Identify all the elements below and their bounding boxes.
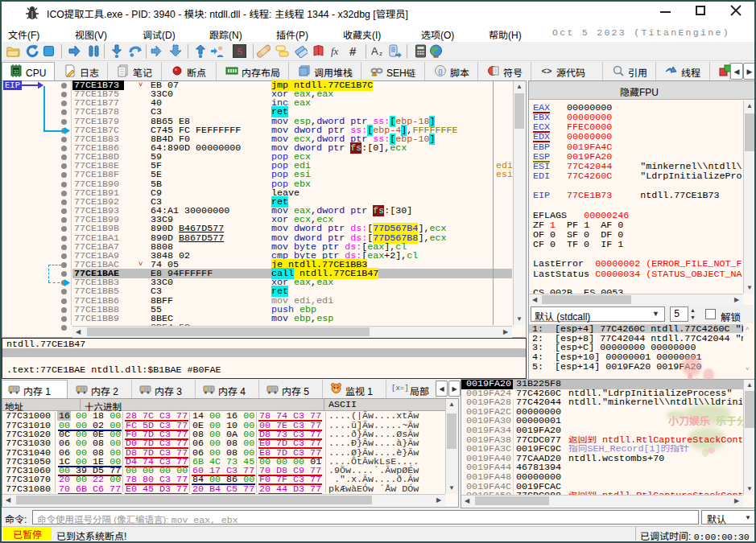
svg-text:!: ! (374, 72, 374, 76)
svg-text:32: 32 (14, 69, 19, 74)
svg-text:<>: <> (542, 66, 552, 76)
svg-text:A: A (371, 45, 378, 57)
svg-text:S: S (237, 45, 242, 57)
svg-text:#: # (349, 44, 357, 58)
svg-text:z: z (379, 50, 382, 57)
svg-text:{}: {} (438, 68, 443, 75)
svg-text:fx: fx (331, 45, 339, 57)
